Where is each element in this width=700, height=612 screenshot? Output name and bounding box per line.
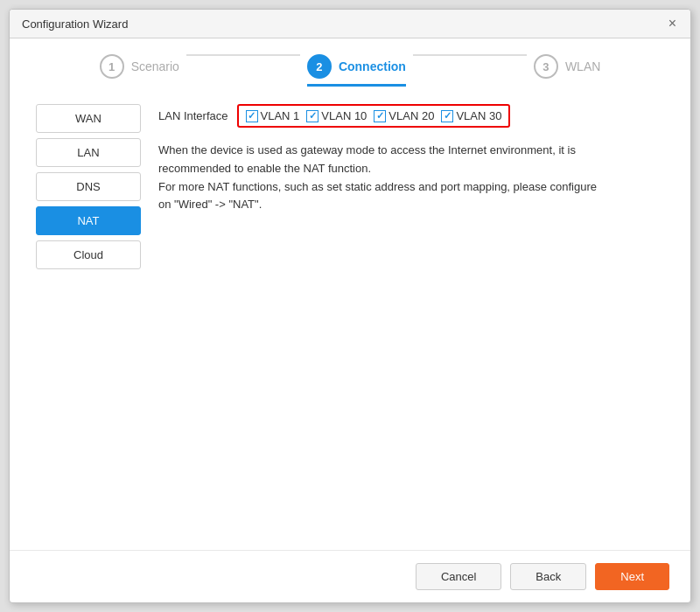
dialog-title: Configuration Wizard (22, 17, 128, 31)
back-button[interactable]: Back (510, 563, 586, 590)
vlan20-checkbox[interactable] (374, 110, 386, 122)
step-wlan: 3 WLAN (534, 54, 600, 87)
step-2-head: 2 Connection (307, 54, 406, 79)
desc-line-1: When the device is used as gateway mode … (158, 143, 576, 156)
step-3-number: 3 (534, 54, 558, 79)
sidebar-item-lan[interactable]: LAN (36, 138, 141, 167)
vlan1-item[interactable]: VLAN 1 (246, 109, 300, 122)
step-3-label: WLAN (565, 59, 600, 73)
vlan10-checkbox[interactable] (306, 110, 318, 122)
connector-1-2 (186, 54, 300, 56)
vlan30-label: VLAN 30 (456, 109, 501, 122)
vlan1-label: VLAN 1 (261, 109, 300, 122)
main-content: LAN Interface VLAN 1 VLAN 10 VLAN 20 (158, 104, 664, 532)
step-1-label: Scenario (131, 59, 179, 73)
sidebar-item-dns[interactable]: DNS (36, 172, 141, 201)
sidebar: WAN LAN DNS NAT Cloud (36, 104, 141, 532)
step-scenario: 1 Scenario (100, 54, 179, 87)
step-2-number: 2 (307, 54, 332, 79)
vlan30-checkbox[interactable] (441, 110, 453, 122)
cancel-button[interactable]: Cancel (416, 563, 501, 590)
sidebar-item-nat[interactable]: NAT (36, 206, 141, 235)
close-button[interactable]: × (667, 17, 678, 31)
step-connection: 2 Connection (307, 54, 406, 87)
sidebar-item-cloud[interactable]: Cloud (36, 240, 141, 269)
stepper: 1 Scenario 2 Connection 3 WLAN (10, 38, 690, 87)
vlan20-item[interactable]: VLAN 20 (374, 109, 434, 122)
footer: Cancel Back Next (10, 550, 690, 602)
vlan-group: VLAN 1 VLAN 10 VLAN 20 VLAN 30 (237, 104, 511, 128)
content-area: WAN LAN DNS NAT Cloud LAN Interface VLAN… (10, 87, 690, 550)
vlan1-checkbox[interactable] (246, 110, 258, 122)
configuration-wizard-dialog: Configuration Wizard × 1 Scenario 2 Conn… (9, 9, 691, 603)
connector-2-3 (413, 54, 527, 56)
vlan10-item[interactable]: VLAN 10 (306, 109, 367, 122)
desc-line-3: For more NAT functions, such as set stat… (158, 180, 597, 193)
step-3-head: 3 WLAN (534, 54, 600, 79)
next-button[interactable]: Next (595, 563, 669, 590)
title-bar: Configuration Wizard × (10, 10, 690, 38)
step-1-number: 1 (100, 54, 124, 79)
description-block: When the device is used as gateway mode … (158, 142, 664, 214)
vlan20-label: VLAN 20 (388, 109, 434, 122)
sidebar-item-wan[interactable]: WAN (36, 104, 141, 133)
desc-line-4: on "Wired" -> "NAT". (158, 198, 262, 211)
step-2-label: Connection (339, 59, 406, 73)
desc-line-2: recommended to enable the NAT function. (158, 162, 371, 175)
lan-interface-row: LAN Interface VLAN 1 VLAN 10 VLAN 20 (158, 104, 664, 128)
lan-interface-label: LAN Interface (158, 109, 228, 122)
vlan10-label: VLAN 10 (321, 109, 367, 122)
step-1-head: 1 Scenario (100, 54, 179, 79)
vlan30-item[interactable]: VLAN 30 (441, 109, 501, 122)
